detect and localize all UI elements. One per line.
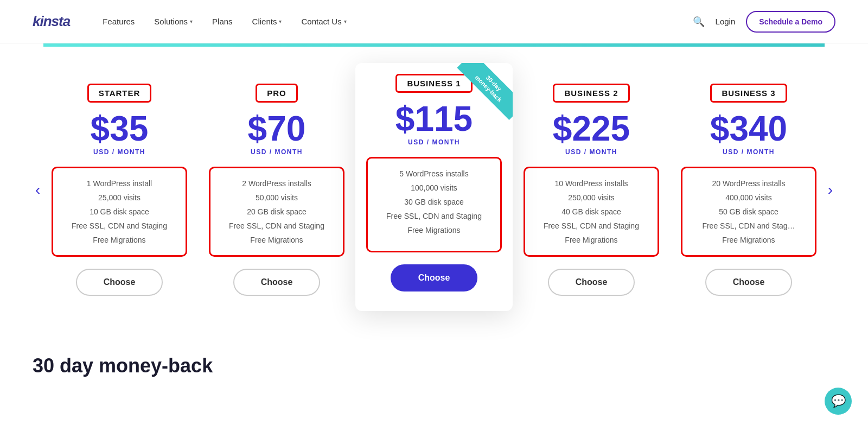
choose-button-business1[interactable]: Choose	[391, 264, 477, 291]
plan-name: BUSINESS 2	[553, 84, 629, 103]
feature-item: Free Migrations	[534, 236, 649, 244]
feature-item: 50 GB disk space	[691, 207, 806, 216]
plan-features-box: 2 WordPress installs50,000 visits20 GB d…	[209, 167, 344, 257]
feature-item: 20 GB disk space	[219, 207, 334, 216]
feature-item: 30 GB disk space	[376, 198, 492, 206]
footer-title: 30 day money-back	[33, 354, 835, 377]
feature-item: 400,000 visits	[691, 193, 806, 202]
search-icon[interactable]: 🔍	[693, 16, 705, 28]
plan-card-business2: BUSINESS 2 $225 USD / MONTH 10 WordPress…	[513, 68, 670, 311]
nav-clients[interactable]: Clients ▾	[252, 17, 282, 26]
plan-card-pro: PRO $70 USD / MONTH 2 WordPress installs…	[198, 68, 355, 311]
feature-item: Free Migrations	[62, 236, 177, 244]
pricing-cards-row: ‹ STARTER $35 USD / MONTH 1 WordPress in…	[16, 68, 852, 311]
choose-button-pro[interactable]: Choose	[233, 269, 320, 296]
main-nav: Features Solutions ▾ Plans Clients ▾ Con…	[103, 17, 692, 26]
logo-text: kinsta	[33, 13, 70, 29]
plan-features-list: 20 WordPress installs400,000 visits50 GB…	[691, 179, 806, 244]
plan-features-box: 1 WordPress install25,000 visits10 GB di…	[52, 167, 187, 257]
feature-item: Free SSL, CDN and Stag…	[691, 221, 806, 230]
plan-name: BUSINESS 3	[710, 84, 787, 103]
plan-price: $340	[710, 111, 787, 146]
feature-item: Free Migrations	[376, 226, 492, 234]
chevron-down-icon: ▾	[344, 18, 347, 24]
arrow-left-icon[interactable]: ‹	[35, 181, 40, 199]
plan-card-business1: 30-daymoney-back BUSINESS 1 $115 USD / M…	[355, 63, 513, 311]
feature-item: 100,000 visits	[376, 183, 492, 192]
feature-item: Free SSL, CDN and Staging	[62, 221, 177, 230]
plan-features-list: 2 WordPress installs50,000 visits20 GB d…	[219, 179, 334, 244]
plan-period: USD / MONTH	[251, 148, 303, 156]
feature-item: 10 WordPress installs	[534, 179, 649, 188]
header-actions: 🔍 Login Schedule a Demo	[693, 11, 835, 33]
demo-button[interactable]: Schedule a Demo	[746, 11, 835, 33]
choose-button-business3[interactable]: Choose	[705, 269, 792, 296]
feature-item: 25,000 visits	[62, 193, 177, 202]
nav-contact[interactable]: Contact Us ▾	[301, 17, 346, 26]
feature-item: 10 GB disk space	[62, 207, 177, 216]
footer-section: 30 day money-back	[0, 333, 868, 388]
plan-features-box: 10 WordPress installs250,000 visits40 GB…	[524, 167, 659, 257]
plan-period: USD / MONTH	[408, 138, 460, 146]
plan-features-list: 1 WordPress install25,000 visits10 GB di…	[62, 179, 177, 244]
feature-item: Free Migrations	[691, 236, 806, 244]
choose-button-starter[interactable]: Choose	[76, 269, 163, 296]
plan-period: USD / MONTH	[93, 148, 145, 156]
plan-card-starter: ‹ STARTER $35 USD / MONTH 1 WordPress in…	[41, 68, 198, 311]
feature-item: Free SSL, CDN and Staging	[534, 221, 649, 230]
login-button[interactable]: Login	[716, 17, 736, 26]
plan-card-business3: › BUSINESS 3 $340 USD / MONTH 20 WordPre…	[670, 68, 827, 311]
logo: kinsta	[33, 13, 70, 30]
feature-item: 1 WordPress install	[62, 179, 177, 188]
chevron-down-icon: ▾	[279, 18, 282, 24]
chevron-down-icon: ▾	[190, 18, 193, 24]
feature-item: 5 WordPress installs	[376, 169, 492, 178]
money-back-ribbon: 30-daymoney-back	[457, 63, 513, 120]
plan-price: $70	[248, 111, 306, 146]
choose-button-business2[interactable]: Choose	[548, 269, 635, 296]
feature-item: 2 WordPress installs	[219, 179, 334, 188]
feature-item: 20 WordPress installs	[691, 179, 806, 188]
feature-item: Free Migrations	[219, 236, 334, 244]
feature-item: 40 GB disk space	[534, 207, 649, 216]
feature-item: 250,000 visits	[534, 193, 649, 202]
plan-features-box: 20 WordPress installs400,000 visits50 GB…	[681, 167, 816, 257]
plan-features-box: 5 WordPress installs100,000 visits30 GB …	[366, 157, 502, 252]
nav-solutions[interactable]: Solutions ▾	[154, 17, 193, 26]
plan-name: STARTER	[87, 84, 152, 103]
nav-features[interactable]: Features	[103, 17, 135, 26]
plan-price: $225	[553, 111, 630, 146]
feature-item: Free SSL, CDN and Staging	[219, 221, 334, 230]
nav-plans[interactable]: Plans	[212, 17, 233, 26]
plan-features-list: 5 WordPress installs100,000 visits30 GB …	[376, 169, 492, 234]
plan-period: USD / MONTH	[723, 148, 775, 156]
pricing-section: ‹ STARTER $35 USD / MONTH 1 WordPress in…	[0, 47, 868, 333]
plan-price: $35	[91, 111, 149, 146]
header: kinsta Features Solutions ▾ Plans Client…	[0, 0, 868, 43]
feature-item: 50,000 visits	[219, 193, 334, 202]
feature-item: Free SSL, CDN and Staging	[376, 212, 492, 220]
plan-name: PRO	[256, 84, 298, 103]
ribbon-wrap: 30-daymoney-back	[453, 63, 513, 123]
plan-period: USD / MONTH	[565, 148, 617, 156]
plan-features-list: 10 WordPress installs250,000 visits40 GB…	[534, 179, 649, 244]
arrow-right-icon[interactable]: ›	[828, 181, 833, 199]
